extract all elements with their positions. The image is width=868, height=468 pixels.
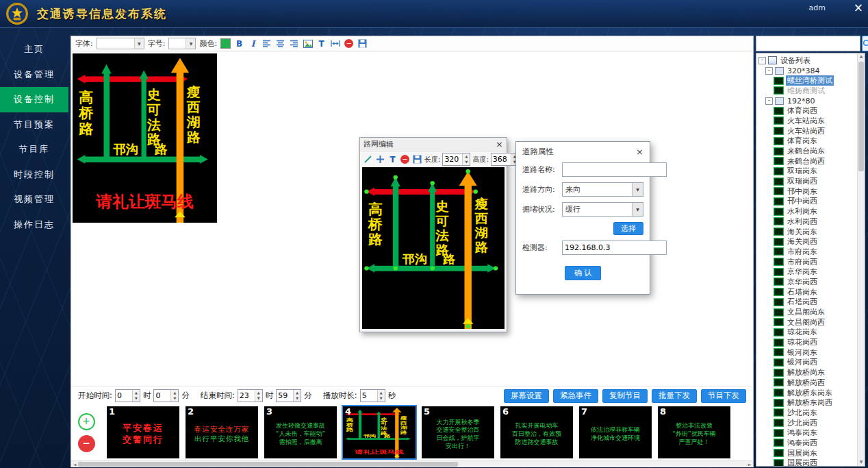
emergency-event-button[interactable]: 紧急事件: [553, 389, 598, 403]
spinner-arrows[interactable]: ▲▼: [462, 153, 470, 165]
select-button[interactable]: 选择: [613, 222, 643, 235]
scroll-left-icon[interactable]: ◄: [71, 462, 78, 467]
end-minute-input[interactable]: [277, 390, 293, 402]
tree-device-item[interactable]: 琼花岗东: [758, 328, 857, 338]
road-name-input[interactable]: [562, 162, 667, 177]
tree-device-item[interactable]: 体育岗西: [758, 106, 857, 116]
close-dialog-icon[interactable]: ×: [496, 139, 503, 149]
align-left-icon[interactable]: [261, 38, 272, 49]
tree-device-item[interactable]: 双瑞岗东: [758, 167, 857, 177]
tree-device-item[interactable]: 海关岗东: [758, 227, 857, 237]
road-direction-select[interactable]: 来向▼: [562, 182, 643, 197]
scrollbar-thumb[interactable]: [858, 62, 864, 171]
tree-device-item[interactable]: 体育岗东: [758, 136, 857, 147]
program-thumbnail-1[interactable]: 1平安春运交警同行: [107, 406, 179, 458]
tree-device-item[interactable]: 文昌阁岗西: [758, 317, 857, 328]
length-input[interactable]: [443, 153, 462, 165]
program-thumbnail-4[interactable]: 4高桥路史可法路瘦西湖路邗沟路请礼让斑马线: [343, 406, 416, 458]
sidebar-item-operation-log[interactable]: 操作日志: [0, 212, 68, 238]
search-button[interactable]: [862, 36, 868, 51]
search-input[interactable]: [756, 36, 860, 51]
detector-input[interactable]: [562, 241, 667, 255]
tree-group-1[interactable]: -192*80: [758, 96, 857, 106]
road-network-canvas[interactable]: 高桥路史可法路瘦西湖路邗沟路: [362, 167, 505, 329]
tree-device-item[interactable]: 解放桥东岗西: [758, 397, 857, 408]
tree-device-item[interactable]: 石塔岗东: [758, 287, 857, 297]
spinner-down-icon[interactable]: ▼: [171, 396, 178, 402]
led-sign-preview[interactable]: 高桥路史可法路瘦西湖路邗沟路请礼让斑马线: [73, 53, 217, 223]
add-program-button[interactable]: +: [78, 413, 95, 430]
end-minute-spinner[interactable]: ▲▼: [276, 389, 301, 402]
tree-device-item[interactable]: 海关岗西: [758, 236, 857, 247]
spinner-up-icon[interactable]: ▲: [133, 390, 140, 396]
text-tool-button[interactable]: T: [387, 154, 398, 165]
tree-device-item[interactable]: 螺丝湾桥测试: [758, 75, 857, 86]
align-center-icon[interactable]: [275, 38, 285, 49]
tree-device-item[interactable]: 火车站岗西: [758, 126, 857, 136]
spinner-arrows[interactable]: ▲▼: [255, 390, 262, 402]
confirm-button[interactable]: 确 认: [565, 266, 602, 280]
tree-device-item[interactable]: 维扬商测试: [758, 86, 857, 96]
tree-device-item[interactable]: 市府岗东: [758, 247, 857, 257]
color-swatch[interactable]: [220, 38, 231, 49]
program-thumbnail-5[interactable]: 5大力开展秋冬季交通安全整治百日会战，护航平安出行！: [422, 406, 494, 458]
spinner-down-icon[interactable]: ▼: [255, 396, 262, 402]
tree-device-item[interactable]: 鸿泰岗东: [758, 428, 857, 438]
add-node-icon[interactable]: [375, 154, 385, 165]
program-thumbnail-7[interactable]: 7依法治理非标车辆净化城市交通环境: [579, 406, 652, 458]
start-minute-input[interactable]: [154, 390, 170, 402]
sidebar-item-home[interactable]: 主页: [0, 37, 68, 62]
spinner-arrows[interactable]: ▲▼: [293, 390, 301, 402]
congestion-select[interactable]: 缓行▼: [562, 202, 643, 217]
tree-root-device-list[interactable]: -设备列表: [758, 56, 857, 66]
program-thumbnail-2[interactable]: 2春运安全连万家出行平安你我他: [186, 406, 258, 458]
expander-icon[interactable]: -: [765, 97, 773, 105]
start-minute-spinner[interactable]: ▲▼: [153, 389, 179, 402]
sidebar-item-video-management[interactable]: 视频管理: [0, 187, 68, 212]
tree-device-item[interactable]: 双瑞岗西: [758, 176, 857, 186]
spinner-up-icon[interactable]: ▲: [294, 390, 301, 396]
delete-icon[interactable]: −: [400, 154, 410, 165]
tree-device-item[interactable]: 市府岗西: [758, 257, 857, 267]
end-hour-spinner[interactable]: ▲▼: [238, 389, 263, 402]
spinner-down-icon[interactable]: ▼: [133, 396, 140, 402]
font-size-select[interactable]: ▼: [168, 38, 196, 49]
end-hour-input[interactable]: [238, 390, 255, 402]
tree-device-item[interactable]: 石塔岗西: [758, 297, 857, 308]
tree-group-0[interactable]: -320*384: [758, 66, 857, 76]
spinner-arrows[interactable]: ▲▼: [170, 390, 178, 402]
copy-program-button[interactable]: 复制节目: [602, 389, 648, 403]
spinner-up-icon[interactable]: ▲: [171, 390, 178, 396]
program-thumbnail-8[interactable]: 8整治非法改装“炸街”扰民车辆严查严处！: [658, 406, 730, 458]
tree-device-item[interactable]: 国展岗西: [758, 458, 857, 467]
tree-device-item[interactable]: 文昌阁岗东: [758, 307, 857, 317]
save-icon[interactable]: [412, 154, 422, 165]
horizontal-scrollbar[interactable]: ◄ ►: [71, 460, 753, 467]
scroll-right-icon[interactable]: ►: [746, 462, 753, 467]
tree-device-item[interactable]: 来鹤台岗东: [758, 146, 857, 156]
start-hour-input[interactable]: [116, 390, 132, 402]
height-input[interactable]: [492, 153, 511, 165]
spinner-down-icon[interactable]: ▼: [378, 396, 385, 402]
tree-device-item[interactable]: 琼花岗西: [758, 337, 857, 347]
tree-device-item[interactable]: 银河岗西: [758, 358, 857, 368]
spinner-arrows[interactable]: ▲▼: [377, 390, 385, 402]
screen-settings-button[interactable]: 屏幕设置: [504, 389, 549, 403]
spinner-down-icon[interactable]: ▼: [294, 396, 301, 402]
spinner-down-icon[interactable]: ▼: [463, 160, 470, 166]
tree-device-item[interactable]: 京华岗东: [758, 267, 857, 277]
height-spinner[interactable]: ▲▼: [491, 153, 519, 166]
save-icon[interactable]: [357, 38, 368, 49]
length-spinner[interactable]: ▲▼: [442, 153, 470, 166]
close-dialog-icon[interactable]: ×: [636, 147, 643, 157]
close-window-icon[interactable]: ×: [854, 1, 863, 14]
tree-device-item[interactable]: 火车站岗东: [758, 116, 857, 126]
sidebar-item-program-library[interactable]: 节目库: [0, 137, 68, 162]
expander-icon[interactable]: -: [758, 57, 766, 64]
italic-button[interactable]: I: [248, 38, 258, 49]
start-hour-spinner[interactable]: ▲▼: [115, 389, 140, 402]
bold-button[interactable]: B: [234, 38, 244, 49]
align-right-icon[interactable]: [289, 38, 299, 49]
program-thumbnail-6[interactable]: 6扎实开展电动车百日整治，有效预防道路交通事故: [500, 406, 573, 458]
tree-device-item[interactable]: 银河岗东: [758, 347, 857, 358]
